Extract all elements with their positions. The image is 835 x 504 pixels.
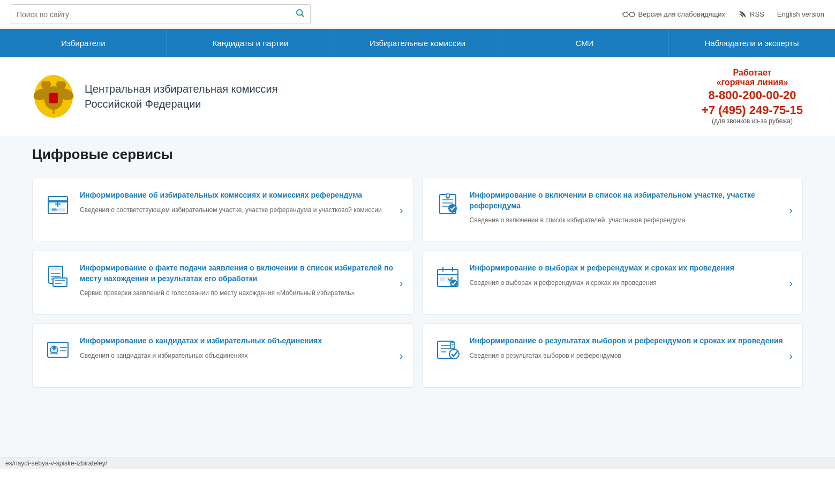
- hotline-number-main[interactable]: 8-800-200-00-20: [702, 88, 803, 102]
- header-area: Центральная избирательная комиссия Росси…: [0, 57, 835, 136]
- card-voter-list-info[interactable]: Информирование о включении в список на и…: [422, 178, 803, 242]
- card-title: Информирование о результатах выборов и р…: [470, 336, 791, 347]
- card-elections-info[interactable]: Информирование о выборах и референдумах …: [422, 251, 803, 315]
- search-input[interactable]: [17, 10, 295, 19]
- card-candidates-info[interactable]: Информирование о кандидатах и избиратель…: [32, 324, 413, 388]
- nav-item-media[interactable]: СМИ: [501, 29, 668, 57]
- status-url: es/naydi-sebya-v-spiske-izbirateley/: [5, 460, 107, 467]
- rss-link[interactable]: RSS: [738, 10, 764, 19]
- svg-rect-14: [43, 79, 49, 81]
- card-arrow-icon: ›: [400, 277, 403, 289]
- card-desc: Сведения о соответствующем избирательном…: [80, 205, 401, 215]
- top-right-links: Версия для слабовидящих RSS English vers…: [622, 10, 825, 19]
- svg-point-56: [449, 349, 459, 359]
- card-body: Информирование о выборах и референдумах …: [470, 263, 791, 288]
- svg-point-7: [740, 17, 740, 17]
- nav-item-candidates[interactable]: Кандидаты и партии: [167, 29, 334, 57]
- calendar-check-icon: [434, 263, 461, 290]
- top-bar: Версия для слабовидящих RSS English vers…: [0, 0, 835, 29]
- card-title: Информирование о выборах и референдумах …: [470, 263, 791, 274]
- svg-point-2: [623, 12, 628, 16]
- doc-list-icon: [44, 263, 71, 290]
- svg-rect-33: [51, 268, 61, 270]
- nav-item-commissions[interactable]: Избирательные комиссии: [334, 29, 501, 57]
- cards-grid: Информирование об избирательных комиссия…: [32, 178, 803, 388]
- status-bar: es/naydi-sebya-v-spiske-izbirateley/: [0, 457, 835, 469]
- hotline-section: Работает «горячая линия» 8-800-200-00-20…: [702, 68, 803, 125]
- logo-emblem: [32, 74, 75, 119]
- card-arrow-icon: ›: [789, 277, 793, 289]
- org-name: Центральная избирательная комиссия Росси…: [85, 81, 278, 111]
- svg-point-29: [448, 204, 457, 213]
- card-title: Информирование о факте подачи заявления …: [80, 263, 401, 284]
- hotline-title: Работает «горячая линия»: [702, 68, 803, 87]
- svg-line-5: [622, 13, 623, 14]
- card-commissions-info[interactable]: Информирование об избирательных комиссия…: [32, 178, 413, 242]
- nav-item-observers[interactable]: Наблюдатели и эксперты: [668, 29, 835, 57]
- card-desc: Сервис проверки заявлений о голосовании …: [80, 288, 401, 298]
- card-application-info[interactable]: Информирование о факте подачи заявления …: [32, 251, 413, 315]
- card-arrow-icon: ›: [789, 204, 793, 216]
- card-results-info[interactable]: Информирование о результатах выборов и р…: [422, 324, 803, 388]
- ballot-box-icon: [44, 190, 71, 217]
- list-check-icon: [434, 190, 461, 217]
- svg-rect-31: [446, 194, 449, 197]
- card-arrow-icon: ›: [400, 204, 403, 216]
- hotline-number-intl-num[interactable]: +7 (495) 249-75-15: [702, 103, 803, 117]
- nav-item-voters[interactable]: Избиратели: [0, 29, 167, 57]
- svg-point-0: [297, 10, 303, 16]
- card-arrow-icon: ›: [400, 350, 403, 362]
- hotline-intl-note: (для звонков из-за рубежа): [702, 117, 803, 125]
- section-title: Цифровые сервисы: [32, 146, 803, 163]
- results-check-icon: [434, 336, 461, 363]
- svg-rect-44: [440, 277, 445, 281]
- card-title: Информирование об избирательных комиссия…: [80, 190, 401, 201]
- accessibility-label: Версия для слабовидящих: [638, 10, 726, 18]
- svg-rect-37: [53, 278, 67, 287]
- card-arrow-icon: ›: [789, 350, 793, 362]
- search-container: [11, 4, 311, 24]
- card-body: Информирование об избирательных комиссия…: [80, 190, 401, 215]
- logo-section: Центральная избирательная комиссия Росси…: [32, 74, 278, 119]
- main-content: Цифровые сервисы Информирование об избир…: [0, 136, 835, 457]
- rss-label: RSS: [750, 10, 764, 18]
- person-card-icon: [44, 336, 71, 363]
- card-desc: Сведения о выборах и референдумах и срок…: [470, 278, 791, 288]
- rss-icon: [738, 10, 747, 19]
- svg-point-3: [629, 12, 635, 16]
- svg-point-46: [450, 280, 457, 287]
- svg-line-6: [634, 13, 635, 14]
- svg-rect-16: [49, 93, 58, 103]
- card-desc: Сведения о кандидатах и избирательных об…: [80, 351, 401, 360]
- card-body: Информирование о включении в список на и…: [470, 190, 791, 225]
- svg-line-1: [302, 14, 304, 17]
- card-desc: Сведения о включении в список избирателе…: [470, 215, 791, 225]
- svg-rect-15: [58, 79, 64, 81]
- search-button[interactable]: [295, 8, 305, 20]
- card-title: Информирование о кандидатах и избиратель…: [80, 336, 401, 347]
- card-body: Информирование о кандидатах и избиратель…: [80, 336, 401, 360]
- accessibility-link[interactable]: Версия для слабовидящих: [622, 10, 726, 19]
- glasses-icon: [622, 10, 635, 19]
- nav-bar: Избиратели Кандидаты и партии Избиратель…: [0, 29, 835, 57]
- english-link[interactable]: English version: [777, 10, 824, 18]
- card-body: Информирование о факте подачи заявления …: [80, 263, 401, 298]
- card-desc: Сведения о результатах выборов и референ…: [470, 351, 791, 360]
- card-title: Информирование о включении в список на и…: [470, 190, 791, 211]
- svg-point-49: [52, 347, 56, 350]
- card-body: Информирование о результатах выборов и р…: [470, 336, 791, 360]
